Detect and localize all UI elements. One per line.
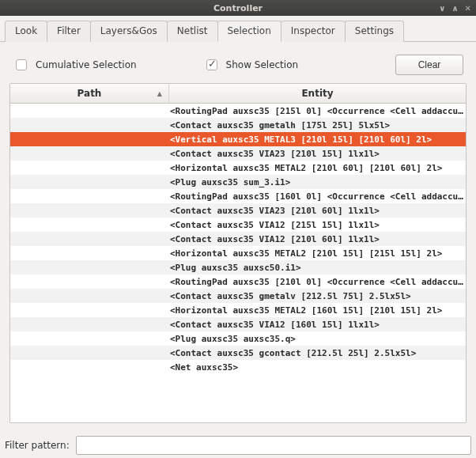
show-selection-input[interactable] [206,59,217,70]
tab-filter[interactable]: Filter [47,21,91,42]
table-row[interactable]: <Contact auxsc35 gmetalv [212.5l 75l] 2.… [10,289,466,303]
cell-entity: <Contact auxsc35 VIA12 [160l 15l] 1lx1l> [168,320,466,330]
tab-look[interactable]: Look [5,21,47,42]
table-row[interactable]: <Contact auxsc35 gmetalh [175l 25l] 5lx5… [10,118,466,132]
cell-path [10,246,168,260]
cell-entity: <Contact auxsc35 VIA12 [210l 60l] 1lx1l> [168,234,466,244]
cell-entity: <Contact auxsc35 VIA23 [210l 60l] 1lx1l> [168,206,466,216]
title-bar: Controller ∨ ∧ ✕ [0,0,476,16]
cell-entity: <Plug auxsc35 auxsc50.i1> [168,263,466,273]
table-row[interactable]: <Plug auxsc35 sum_3.i1> [10,175,466,189]
cell-entity: <Contact auxsc35 gcontact [212.5l 25l] 2… [168,348,466,358]
cell-entity: <Horizontal auxsc35 METAL2 [210l 60l] [2… [168,163,466,173]
cell-path [10,132,168,146]
cell-path [10,331,168,346]
cumulative-selection-checkbox[interactable]: Cumulative Selection [13,57,137,73]
tab-netlist[interactable]: Netlist [167,21,218,42]
cell-path [10,189,168,203]
filter-input[interactable] [76,436,471,455]
cell-entity: <RoutingPad auxsc35 [210l 0l] <Occurrenc… [168,277,466,287]
table-row[interactable]: <Contact auxsc35 VIA12 [210l 60l] 1lx1l> [10,232,466,246]
cell-entity: <Net auxsc35> [168,362,466,373]
window-title: Controller [213,3,263,13]
cell-entity: <Plug auxsc35 sum_3.i1> [168,177,466,187]
cell-path [10,260,168,274]
table-row[interactable]: <Contact auxsc35 gcontact [212.5l 25l] 2… [10,346,466,360]
table-row[interactable]: <RoutingPad auxsc35 [210l 0l] <Occurrenc… [10,274,466,289]
table-row[interactable]: <Net auxsc35> [10,360,466,374]
show-selection-label: Show Selection [226,59,299,70]
cell-entity: <Contact auxsc35 gmetalh [175l 25l] 5lx5… [168,120,466,131]
cell-entity: <Vertical auxsc35 METAL3 [210l 15l] [210… [168,134,466,145]
table-row[interactable]: <RoutingPad auxsc35 [215l 0l] <Occurrenc… [10,104,466,118]
cell-path [10,360,168,374]
tab-content-selection: Cumulative Selection Show Selection Clea… [0,42,476,431]
cell-path [10,161,168,175]
cell-entity: <Contact auxsc35 VIA12 [215l 15l] 1lx1l> [168,220,466,230]
cell-entity: <RoutingPad auxsc35 [215l 0l] <Occurrenc… [168,106,466,116]
minimize-icon[interactable]: ∨ [439,4,445,13]
tab-selection[interactable]: Selection [217,21,281,42]
table-row[interactable]: <Vertical auxsc35 METAL3 [210l 15l] [210… [10,132,466,146]
cell-entity: <Horizontal auxsc35 METAL2 [160l 15l] [2… [168,305,466,316]
table-body[interactable]: <RoutingPad auxsc35 [215l 0l] <Occurrenc… [10,104,466,422]
cell-entity: <Contact auxsc35 gmetalv [212.5l 75l] 2.… [168,291,466,301]
table-row[interactable]: <Contact auxsc35 VIA12 [215l 15l] 1lx1l> [10,218,466,232]
cell-path [10,317,168,331]
table-row[interactable]: <Contact auxsc35 VIA23 [210l 60l] 1lx1l> [10,203,466,218]
cell-path [10,104,168,118]
cell-path [10,274,168,289]
cumulative-selection-input[interactable] [16,59,27,70]
table-row[interactable]: <Horizontal auxsc35 METAL2 [210l 15l] [2… [10,246,466,260]
cell-path [10,175,168,189]
table-row[interactable]: <Plug auxsc35 auxsc50.i1> [10,260,466,274]
filter-label: Filter pattern: [5,440,70,451]
sort-asc-icon: ▲ [157,90,162,97]
cell-entity: <Contact auxsc35 VIA23 [210l 15l] 1lx1l> [168,149,466,159]
cell-path [10,232,168,246]
selection-table: Path ▲ Entity <RoutingPad auxsc35 [215l … [9,83,467,423]
table-row[interactable]: <RoutingPad auxsc35 [160l 0l] <Occurrenc… [10,189,466,203]
cell-path [10,118,168,132]
clear-button[interactable]: Clear [395,55,463,75]
tab-settings[interactable]: Settings [345,21,404,42]
tab-bar: LookFilterLayers&GosNetlistSelectionInsp… [0,16,476,42]
cell-path [10,346,168,360]
table-header: Path ▲ Entity [10,84,466,104]
cell-entity: <RoutingPad auxsc35 [160l 0l] <Occurrenc… [168,191,466,202]
cell-path [10,289,168,303]
table-row[interactable]: <Plug auxsc35 auxsc35.q> [10,331,466,346]
cell-path [10,303,168,317]
tab-layers-gos[interactable]: Layers&Gos [90,21,168,42]
maximize-icon[interactable]: ∧ [451,4,458,13]
cell-path [10,146,168,161]
cell-entity: <Horizontal auxsc35 METAL2 [210l 15l] [2… [168,248,466,259]
show-selection-checkbox[interactable]: Show Selection [203,57,299,73]
close-icon[interactable]: ✕ [465,4,471,13]
cell-path [10,218,168,232]
table-row[interactable]: <Horizontal auxsc35 METAL2 [210l 60l] [2… [10,161,466,175]
cell-entity: <Plug auxsc35 auxsc35.q> [168,334,466,344]
filter-row: Filter pattern: [0,431,476,458]
table-row[interactable]: <Contact auxsc35 VIA23 [210l 15l] 1lx1l> [10,146,466,161]
selection-toolbar: Cumulative Selection Show Selection Clea… [9,50,467,83]
column-header-entity[interactable]: Entity [169,88,466,99]
table-row[interactable]: <Contact auxsc35 VIA12 [160l 15l] 1lx1l> [10,317,466,331]
tab-inspector[interactable]: Inspector [281,21,346,42]
column-header-path[interactable]: Path ▲ [10,84,169,103]
cumulative-selection-label: Cumulative Selection [36,59,137,70]
cell-path [10,203,168,218]
table-row[interactable]: <Horizontal auxsc35 METAL2 [160l 15l] [2… [10,303,466,317]
